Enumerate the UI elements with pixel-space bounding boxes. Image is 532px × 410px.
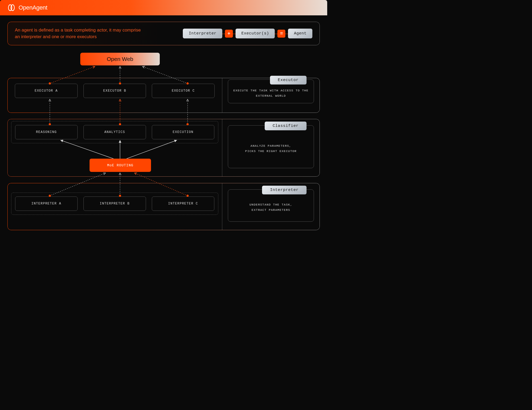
plus-icon: + (225, 30, 233, 38)
executor-b: EXECUTOR B (83, 84, 146, 98)
interpreter-row: INTERPRETER A INTERPRETER B INTERPRETER … (7, 183, 320, 230)
brand-name: OpenAgent (19, 4, 47, 11)
eq-executors: Executor(s) (236, 29, 275, 38)
analytics-node: ANALYTICS (83, 125, 146, 139)
eq-agent: Agent (288, 29, 312, 38)
brand-logo: OpenAgent (7, 4, 47, 12)
interpreter-b: INTERPRETER B (83, 197, 146, 211)
agent-equation: Interpreter + Executor(s) = Agent (183, 29, 312, 38)
interpreter-c: INTERPRETER C (152, 197, 214, 211)
executor-legend-title: Executor (270, 76, 307, 84)
interpreter-legend-title: Interpreter (262, 186, 307, 194)
intro-box: An agent is defined as a task completing… (7, 22, 320, 45)
eq-interpreter: Interpreter (183, 29, 222, 38)
executor-a: EXECUTOR A (15, 84, 78, 98)
intro-text: An agent is defined as a task completing… (15, 27, 142, 40)
classifier-legend-desc: ANALYZE PARAMETERS, PICKS THE RIGHT EXEC… (228, 125, 314, 168)
architecture-diagram: Open Web EXECUTOR A EXECUTOR B EXECUTOR … (7, 53, 320, 249)
interpreter-a: INTERPRETER A (15, 197, 78, 211)
classifier-row: REASONING ANALYTICS EXECUTION MoE ROUTIN… (7, 119, 320, 177)
classifier-legend-title: Classifier (265, 122, 307, 130)
svg-point-1 (11, 5, 14, 11)
executor-row: EXECUTOR A EXECUTOR B EXECUTOR C Executo… (7, 78, 320, 113)
diagram-content: An agent is defined as a task completing… (0, 15, 327, 252)
execution-node: EXECUTION (152, 125, 214, 139)
reasoning-node: REASONING (15, 125, 78, 139)
equals-icon: = (277, 30, 285, 38)
brand-icon (7, 4, 15, 12)
header: OpenAgent (0, 0, 327, 15)
executor-c: EXECUTOR C (152, 84, 215, 98)
moe-routing-node: MoE ROUTING (90, 159, 151, 172)
open-web-node: Open Web (80, 53, 160, 65)
